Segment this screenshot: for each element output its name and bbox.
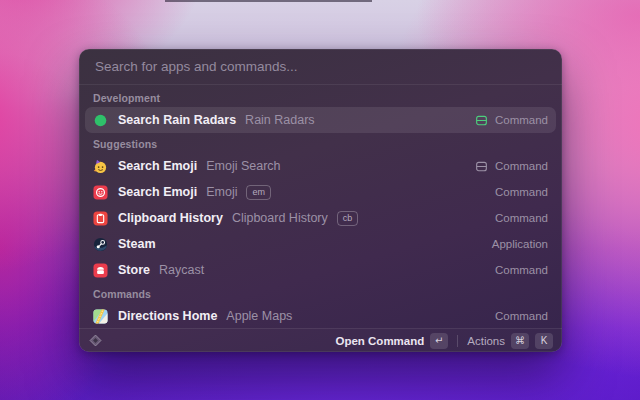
item-accessory: Command [495,212,548,224]
item-subtitle: Raycast [159,263,204,277]
party-emoji-icon [93,159,108,174]
section-header: Commands [85,283,556,303]
item-type-label: Command [495,212,548,224]
steam-icon [93,237,108,252]
command-outline-icon-gray [475,160,488,173]
item-subtitle: Rain Radars [245,113,314,127]
item-subtitle: Apple Maps [226,309,292,323]
item-alias-badge: em [246,185,271,200]
search-bar [79,49,562,85]
results-list[interactable]: DevelopmentSearch Rain RadarsRain Radars… [79,85,562,328]
list-item[interactable]: Search EmojiEmoji SearchCommand [85,153,556,179]
raycast-logo-icon [88,333,103,348]
item-alias-badge: cb [337,211,359,226]
list-item[interactable]: Search EmojiEmojiemCommand [85,179,556,205]
green-circle-icon [93,113,108,128]
command-key-icon: ⌘ [511,333,529,349]
item-title: Search Rain Radars [118,113,236,127]
item-accessory: Application [492,238,548,250]
item-title: Search Emoji [118,159,197,173]
item-subtitle: Emoji [206,185,237,199]
list-item[interactable]: Clipboard HistoryClipboard HistorycbComm… [85,205,556,231]
item-type-label: Command [495,310,548,322]
search-input[interactable] [93,58,548,75]
item-title: Search Emoji [118,185,197,199]
launcher-window: DevelopmentSearch Rain RadarsRain Radars… [79,49,562,352]
footer-actions: Open Command ↵ Actions ⌘ K [335,333,553,349]
item-accessory: Command [475,160,548,173]
item-title: Directions Home [118,309,217,323]
item-accessory: Command [495,264,548,276]
k-key-icon: K [535,333,553,349]
item-subtitle: Clipboard History [232,211,328,225]
section-header: Suggestions [85,133,556,153]
item-title: Steam [118,237,156,251]
footer-bar: Open Command ↵ Actions ⌘ K [79,328,562,352]
item-title: Store [118,263,150,277]
red-emoji-icon [93,185,108,200]
list-item[interactable]: SteamApplication [85,231,556,257]
maps-icon [93,309,108,324]
list-item[interactable]: Search Rain RadarsRain RadarsCommand [85,107,556,133]
item-subtitle: Emoji Search [206,159,280,173]
item-title: Clipboard History [118,211,223,225]
background-window-edge [165,0,372,2]
return-key-icon: ↵ [430,333,448,349]
list-item[interactable]: Directions HomeApple MapsCommand [85,303,556,328]
open-command-label: Open Command [335,335,424,347]
open-command-button[interactable]: Open Command ↵ [335,333,448,349]
item-type-label: Application [492,238,548,250]
actions-label: Actions [467,335,505,347]
item-type-label: Command [495,160,548,172]
item-accessory: Command [495,186,548,198]
footer-divider [457,335,458,347]
actions-button[interactable]: Actions ⌘ K [467,333,553,349]
command-outline-icon-green [475,114,488,127]
store-icon [93,263,108,278]
item-type-label: Command [495,186,548,198]
item-accessory: Command [475,114,548,127]
list-item[interactable]: StoreRaycastCommand [85,257,556,283]
item-type-label: Command [495,264,548,276]
item-accessory: Command [495,310,548,322]
clipboard-icon [93,211,108,226]
section-header: Development [85,87,556,107]
item-type-label: Command [495,114,548,126]
